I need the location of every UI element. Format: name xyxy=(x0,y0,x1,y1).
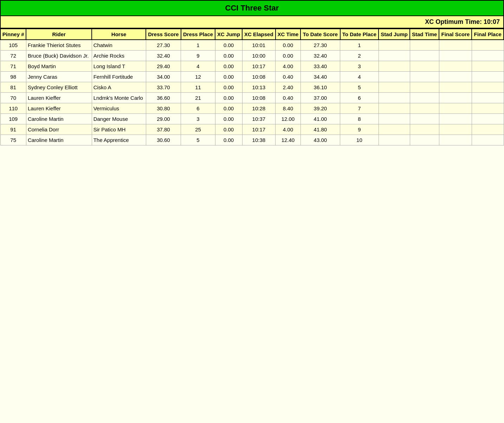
cell-xc_jump: 0.00 xyxy=(215,61,242,72)
header-final-score: Final Score xyxy=(439,29,472,40)
header-dress-score: Dress Score xyxy=(146,29,181,40)
cell-stad_jump xyxy=(379,114,410,124)
cell-horse: The Apprentice xyxy=(92,135,146,145)
cell-final_place xyxy=(472,103,504,114)
header-xc-elapsed: XC Elapsed xyxy=(242,29,276,40)
header-xc-time: XC Time xyxy=(276,29,301,40)
cell-final_score xyxy=(439,82,472,93)
cell-pinney: 70 xyxy=(0,93,26,103)
cell-stad_time xyxy=(410,124,439,135)
cell-horse: Archie Rocks xyxy=(92,51,146,61)
cell-to_date_place: 5 xyxy=(340,82,379,93)
cell-to_date_place: 3 xyxy=(340,61,379,72)
cell-final_place xyxy=(472,93,504,103)
cell-horse: Danger Mouse xyxy=(92,114,146,124)
cell-to_date_score: 33.40 xyxy=(301,61,340,72)
header-rider: Rider xyxy=(26,29,92,40)
cell-dress_score: 30.80 xyxy=(146,103,181,114)
cell-dress_score: 32.40 xyxy=(146,51,181,61)
page-title: CCI Three Star xyxy=(0,0,504,16)
table-row: 71Boyd MartinLong Island T29.4040.0010:1… xyxy=(0,61,504,72)
cell-horse: Lndmk's Monte Carlo xyxy=(92,93,146,103)
cell-xc_elapsed: 10:17 xyxy=(242,61,276,72)
cell-to_date_place: 6 xyxy=(340,93,379,103)
cell-dress_score: 33.70 xyxy=(146,82,181,93)
cell-final_place xyxy=(472,72,504,82)
cell-pinney: 109 xyxy=(0,114,26,124)
cell-xc_time: 2.40 xyxy=(276,82,301,93)
cell-dress_score: 36.60 xyxy=(146,93,181,103)
cell-to_date_score: 39.20 xyxy=(301,103,340,114)
cell-rider: Caroline Martin xyxy=(26,114,92,124)
cell-stad_jump xyxy=(379,72,410,82)
cell-xc_time: 8.40 xyxy=(276,103,301,114)
cell-stad_time xyxy=(410,135,439,145)
cell-pinney: 98 xyxy=(0,72,26,82)
cell-dress_place: 6 xyxy=(181,103,215,114)
header-xc-jump: XC Jump xyxy=(215,29,242,40)
table-header-row: Pinney # Rider Horse Dress Score Dress P… xyxy=(0,29,504,40)
cell-final_score xyxy=(439,51,472,61)
cell-stad_jump xyxy=(379,51,410,61)
cell-xc_jump: 0.00 xyxy=(215,103,242,114)
cell-horse: Cisko A xyxy=(92,82,146,93)
cell-rider: Frankie Thieriot Stutes xyxy=(26,40,92,51)
cell-dress_score: 29.40 xyxy=(146,61,181,72)
cell-final_place xyxy=(472,40,504,51)
cell-stad_time xyxy=(410,114,439,124)
cell-to_date_score: 36.10 xyxy=(301,82,340,93)
cell-xc_jump: 0.00 xyxy=(215,40,242,51)
table-row: 98Jenny CarasFernhill Fortitude34.00120.… xyxy=(0,72,504,82)
cell-xc_elapsed: 10:17 xyxy=(242,124,276,135)
cell-rider: Lauren Kieffer xyxy=(26,103,92,114)
cell-to_date_place: 1 xyxy=(340,40,379,51)
cell-xc_jump: 0.00 xyxy=(215,82,242,93)
cell-dress_place: 9 xyxy=(181,51,215,61)
cell-dress_place: 12 xyxy=(181,72,215,82)
cell-final_place xyxy=(472,114,504,124)
cell-to_date_score: 37.00 xyxy=(301,93,340,103)
results-table: Pinney # Rider Horse Dress Score Dress P… xyxy=(0,28,504,145)
table-row: 75Caroline MartinThe Apprentice30.6050.0… xyxy=(0,135,504,145)
table-row: 70Lauren KiefferLndmk's Monte Carlo36.60… xyxy=(0,93,504,103)
cell-xc_elapsed: 10:08 xyxy=(242,93,276,103)
header-horse: Horse xyxy=(92,29,146,40)
cell-to_date_score: 34.40 xyxy=(301,72,340,82)
cell-to_date_score: 43.00 xyxy=(301,135,340,145)
cell-stad_time xyxy=(410,103,439,114)
cell-dress_score: 34.00 xyxy=(146,72,181,82)
cell-xc_jump: 0.00 xyxy=(215,93,242,103)
cell-final_place xyxy=(472,82,504,93)
cell-xc_elapsed: 10:00 xyxy=(242,51,276,61)
cell-xc_time: 12.00 xyxy=(276,114,301,124)
xc-optimum: XC Optimum Time: 10:07 xyxy=(0,16,504,28)
cell-stad_jump xyxy=(379,40,410,51)
cell-horse: Long Island T xyxy=(92,61,146,72)
cell-xc_elapsed: 10:01 xyxy=(242,40,276,51)
cell-final_place xyxy=(472,135,504,145)
cell-final_score xyxy=(439,135,472,145)
cell-xc_jump: 0.00 xyxy=(215,124,242,135)
cell-xc_elapsed: 10:38 xyxy=(242,135,276,145)
cell-rider: Boyd Martin xyxy=(26,61,92,72)
cell-to_date_score: 32.40 xyxy=(301,51,340,61)
cell-stad_jump xyxy=(379,135,410,145)
cell-to_date_place: 2 xyxy=(340,51,379,61)
cell-pinney: 105 xyxy=(0,40,26,51)
cell-to_date_place: 10 xyxy=(340,135,379,145)
cell-horse: Chatwin xyxy=(92,40,146,51)
cell-pinney: 110 xyxy=(0,103,26,114)
cell-dress_place: 3 xyxy=(181,114,215,124)
cell-to_date_score: 27.30 xyxy=(301,40,340,51)
cell-pinney: 72 xyxy=(0,51,26,61)
table-row: 91Cornelia DorrSir Patico MH37.80250.001… xyxy=(0,124,504,135)
cell-rider: Jenny Caras xyxy=(26,72,92,82)
table-row: 109Caroline MartinDanger Mouse29.0030.00… xyxy=(0,114,504,124)
header-stad-jump: Stad Jump xyxy=(379,29,410,40)
header-final-place: Final Place xyxy=(472,29,504,40)
cell-final_place xyxy=(472,61,504,72)
cell-stad_jump xyxy=(379,124,410,135)
cell-dress_place: 25 xyxy=(181,124,215,135)
cell-rider: Caroline Martin xyxy=(26,135,92,145)
cell-horse: Sir Patico MH xyxy=(92,124,146,135)
